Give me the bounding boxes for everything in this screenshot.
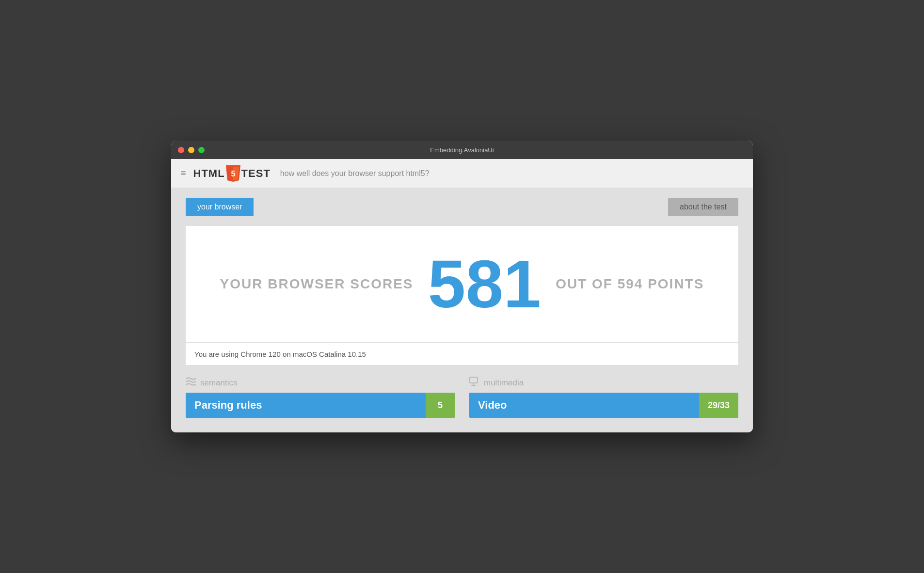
video-score: 29/33 [699,393,738,418]
logo-test-text: TEST [241,167,271,180]
html5-shield-icon: 5 [226,165,240,182]
logo-html-text: HTML [193,167,225,180]
multimedia-header: multimedia [469,377,738,389]
semantics-section: semantics Parsing rules 5 [186,377,455,418]
browser-info-text: You are using Chrome 120 on macOS Catali… [194,350,366,358]
multimedia-section: multimedia Video 29/33 [469,377,738,418]
content-area: your browser about the test YOUR BROWSER… [171,188,753,432]
logo: HTML 5 TEST [193,165,271,182]
multimedia-score-bar: Video 29/33 [469,393,738,418]
your-browser-button[interactable]: your browser [186,198,254,216]
titlebar: Embedding.AvaloniaUi [171,141,753,159]
about-test-button[interactable]: about the test [668,198,738,216]
multimedia-label: multimedia [484,378,524,388]
navbar-tagline: how well does your browser support html5… [280,169,430,178]
navbar: ≡ HTML 5 TEST how well does your browser… [171,159,753,188]
close-button[interactable] [178,147,184,153]
browser-info: You are using Chrome 120 on macOS Catali… [186,343,738,365]
window-controls [178,147,205,153]
nav-buttons: your browser about the test [186,198,738,216]
semantics-icon [186,377,196,389]
categories: semantics Parsing rules 5 [186,377,738,418]
svg-text:5: 5 [231,170,235,178]
score-label-right: OUT OF 594 POINTS [556,276,704,292]
minimize-button[interactable] [188,147,194,153]
score-card: YOUR BROWSER SCORES 581 OUT OF 594 POINT… [186,226,738,342]
score-label-left: YOUR BROWSER SCORES [220,276,414,292]
video-label: Video [469,399,699,412]
window-title: Embedding.AvaloniaUi [430,146,494,154]
hamburger-icon[interactable]: ≡ [181,168,186,178]
app-window: Embedding.AvaloniaUi ≡ HTML 5 TEST how w… [171,141,753,432]
semantics-header: semantics [186,377,455,389]
parsing-rules-score: 5 [426,393,455,418]
multimedia-icon [469,377,480,389]
score-number: 581 [428,250,542,318]
semantics-score-bar: Parsing rules 5 [186,393,455,418]
semantics-label: semantics [200,378,238,388]
parsing-rules-label: Parsing rules [186,399,426,412]
svg-rect-3 [470,377,478,383]
maximize-button[interactable] [198,147,205,153]
